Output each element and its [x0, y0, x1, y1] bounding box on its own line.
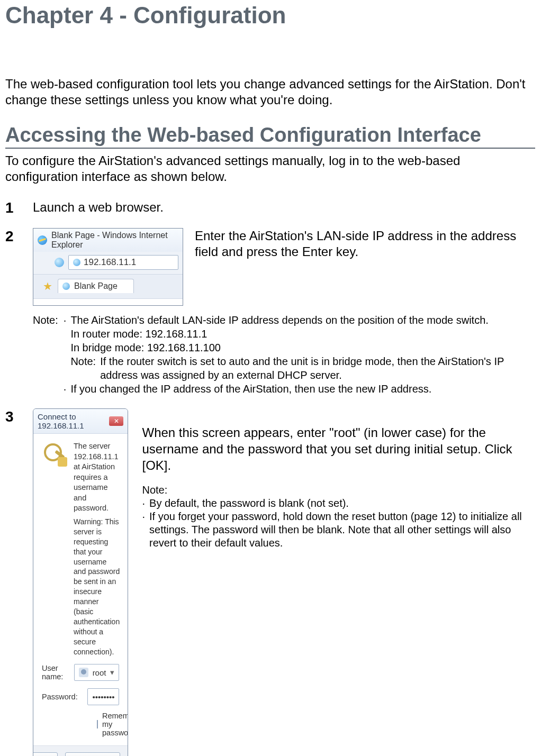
dialog-warning: Warning: This server is requesting that …: [74, 517, 120, 657]
user-icon: [79, 668, 88, 677]
step-1: 1 Launch a web browser.: [5, 199, 535, 216]
username-label: User name:: [42, 664, 68, 681]
cancel-button[interactable]: Cancel: [65, 752, 120, 756]
browser-titlebar: Blank Page - Windows Internet Explorer: [33, 229, 183, 252]
remember-label: Remember my password: [102, 712, 128, 737]
step-number: 2: [5, 228, 33, 245]
note-label: Note:: [142, 484, 535, 497]
password-value: ••••••••: [92, 693, 114, 702]
close-icon[interactable]: ✕: [109, 416, 124, 426]
dialog-title: Connect to 192.168.11.1: [38, 412, 109, 430]
bullet-icon: ·: [64, 313, 67, 382]
dialog-buttons: OK Cancel: [33, 745, 128, 756]
password-label: Password:: [42, 693, 81, 701]
step-3: 3 Connect to 192.168.11.1 ✕ The: [5, 408, 535, 756]
bullet-icon: ·: [142, 497, 145, 510]
subnote-label: Note:: [70, 354, 96, 382]
step-number: 1: [5, 199, 33, 216]
chapter-title: Chapter 4 - Configuration: [5, 0, 535, 29]
note-bullet-1-line2: In router mode: 192.168.11.1: [70, 327, 535, 341]
dialog-message: The server 192.168.11.1 at AirStation re…: [74, 441, 120, 514]
ok-button[interactable]: OK: [33, 752, 58, 756]
tab-page-icon: [62, 283, 70, 290]
step-2-note: Note: · The AirStation's default LAN-sid…: [33, 313, 535, 396]
subnote-text: If the router switch is set to auto and …: [100, 354, 535, 382]
note-label: Note:: [33, 313, 58, 396]
step-3-note: Note: · By default, the password is blan…: [142, 484, 535, 550]
intro-text: The web-based configuration tool lets yo…: [5, 76, 535, 108]
username-row: User name: root ▾: [42, 664, 119, 681]
browser-tabstrip: ★ Blank Page: [33, 274, 183, 298]
nav-icon: [55, 258, 64, 267]
section-title: Accessing the Web-based Configuration In…: [5, 124, 535, 149]
address-value: 192.168.11.1: [84, 257, 136, 268]
step-3-text: When this screen appears, enter "root" (…: [142, 424, 535, 474]
favorites-icon[interactable]: ★: [43, 280, 52, 293]
dialog-titlebar: Connect to 192.168.11.1 ✕: [33, 409, 128, 434]
keys-icon: [42, 441, 66, 466]
bullet-icon: ·: [64, 382, 67, 396]
note3-bullet-2: If you forget your password, hold down t…: [149, 510, 535, 550]
checkbox-icon[interactable]: [97, 720, 98, 728]
password-row: Password: ••••••••: [42, 688, 119, 705]
section-intro: To configure the AirStation's advanced s…: [5, 153, 535, 185]
browser-toolbar: 192.168.11.1: [33, 252, 183, 274]
browser-tab[interactable]: Blank Page: [58, 279, 134, 293]
ie-icon: [38, 235, 47, 245]
username-input[interactable]: root ▾: [74, 664, 120, 681]
page: Chapter 4 - Configuration The web-based …: [0, 0, 550, 756]
tab-label: Blank Page: [74, 281, 118, 291]
note-bullet-1-line1: The AirStation's default LAN-side IP add…: [70, 313, 535, 327]
auth-dialog-screenshot: Connect to 192.168.11.1 ✕ The server 192…: [33, 408, 128, 756]
browser-window-title: Blank Page - Windows Internet Explorer: [51, 231, 178, 250]
note3-bullet-1: By default, the password is blank (not s…: [149, 497, 349, 510]
step-2-text: Enter the AirStation's LAN-side IP addre…: [195, 228, 535, 260]
step-2: 2 Blank Page - Windows Internet Explorer…: [5, 228, 535, 396]
bullet-icon: ·: [142, 510, 145, 550]
note-bullet-1-line3: In bridge mode: 192.168.11.100: [70, 341, 535, 354]
password-input[interactable]: ••••••••: [87, 688, 119, 705]
note-bullet-2: If you changed the IP address of the Air…: [70, 382, 431, 396]
username-value: root: [93, 668, 106, 677]
step-1-text: Launch a web browser.: [33, 199, 535, 215]
remember-row[interactable]: Remember my password: [97, 712, 119, 737]
step-number: 3: [5, 408, 33, 425]
address-bar[interactable]: 192.168.11.1: [68, 255, 178, 270]
page-icon: [73, 259, 80, 266]
browser-viewport: [33, 298, 183, 305]
chevron-down-icon[interactable]: ▾: [110, 668, 114, 677]
browser-screenshot: Blank Page - Windows Internet Explorer 1…: [33, 228, 183, 306]
